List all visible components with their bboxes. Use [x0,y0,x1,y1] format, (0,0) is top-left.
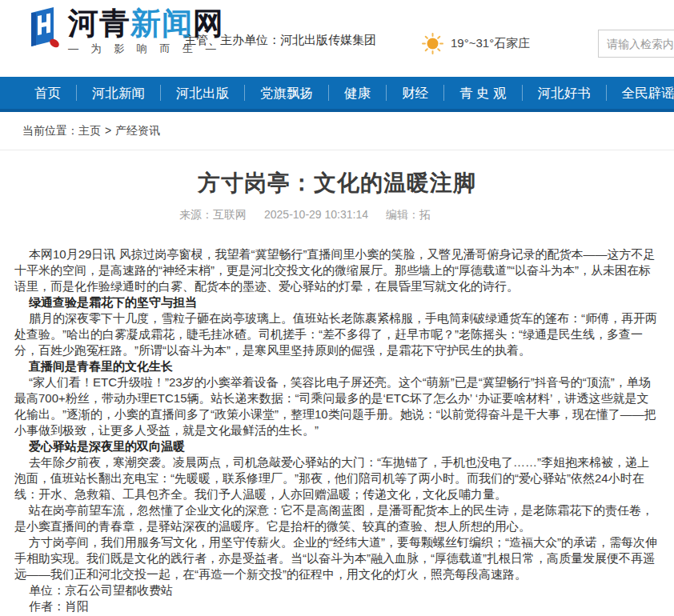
article-unit-line: 单位：京石公司望都收费站 [14,582,660,598]
article-body: 本网10月29日讯 风掠过岗亭窗棂，我望着“冀望畅行”直播间里小窦的笑脸，又瞥见… [14,246,660,614]
nav-item-health[interactable]: 健康 [328,85,386,101]
search-input[interactable] [598,30,674,58]
weather-text: 19°~31°石家庄 [451,36,530,51]
nav-item-party-flag[interactable]: 党旗飘扬 [244,85,328,101]
weather-widget: 19°~31°石家庄 [422,33,530,54]
nav-item-hebei-publishing[interactable]: 河北出版 [160,85,244,101]
logo-text-dark1: 河青 [68,6,130,40]
article-title: 方寸岗亭：文化的温暖注脚 [0,168,674,198]
article-editor: 编辑：拓 [386,208,431,221]
article-subheading: 爱心驿站是深夜里的双向温暖 [14,438,660,454]
breadcrumb-label: 当前位置： [22,124,78,137]
breadcrumb-separator: > [105,124,111,137]
logo-icon [26,6,63,50]
article: 方寸岗亭：文化的温暖注脚 来源：互联网2025-10-29 10:31:14编辑… [0,168,674,614]
article-paragraph: 腊月的深夜零下十几度，雪粒子砸在岗亭玻璃上。值班站长老陈裹紧棉服，手电筒刺破绿通… [14,310,660,358]
sponsor-text: 主管、主办单位：河北出版传媒集团 [184,33,376,48]
article-paragraph: 方寸岗亭间，我们用服务写文化，用坚守传薪火。企业的“经纬大道”，要每颗螺丝钉编织… [14,534,660,582]
breadcrumb: 当前位置：主页>产经资讯 [0,112,674,150]
article-meta: 来源：互联网2025-10-29 10:31:14编辑：拓 [0,208,642,222]
sun-icon [422,33,443,54]
article-datetime: 2025-10-29 10:31:14 [264,208,368,221]
nav-item-history[interactable]: 青 史 观 [443,85,522,101]
site-logo[interactable]: 河青新闻网 — 为 影 响 而 生 — [26,6,224,56]
article-paragraph: “家人们看！ETC升级啦！”23岁的小窦举着设备，笑容比电子屏还亮。这个“萌新”… [14,374,660,438]
main-nav: 首页 河北新闻 河北出版 党旗飘扬 健康 财经 青 史 观 河北好书 全民辟谣 [0,77,674,112]
article-source: 来源：互联网 [179,208,247,221]
article-subheading: 直播间是青春里的文化生长 [14,358,660,374]
article-author-line: 作者：肖阳 [14,598,660,614]
article-paragraph: 站在岗亭前望车流，忽然懂了企业文化的深意：它不是高阁蓝图，是潘哥配货本上的民生诗… [14,502,660,534]
article-paragraph: 本网10月29日讯 风掠过岗亭窗棂，我望着“冀望畅行”直播间里小窦的笑脸，又瞥见… [14,246,660,294]
article-subheading: 绿通查验是霜花下的坚守与担当 [14,294,660,310]
nav-item-finance[interactable]: 财经 [386,85,443,101]
nav-item-home[interactable]: 首页 [19,85,76,101]
nav-item-good-books[interactable]: 河北好书 [522,85,606,101]
nav-item-rumor-refute[interactable]: 全民辟谣 [606,85,674,101]
site-header: 河青新闻网 — 为 影 响 而 生 — 主管、主办单位：河北出版传媒集团 19°… [0,0,674,77]
nav-item-hebei-news[interactable]: 河北新闻 [76,85,160,101]
breadcrumb-home-link[interactable]: 主页 [78,124,101,137]
breadcrumb-section-link[interactable]: 产经资讯 [115,124,160,137]
article-paragraph: 去年除夕前夜，寒潮突袭。凌晨两点，司机急敲爱心驿站的大门：“车抛锚了，手机也没电… [14,454,660,502]
nav-list: 首页 河北新闻 河北出版 党旗飘扬 健康 财经 青 史 观 河北好书 全民辟谣 [19,85,674,101]
